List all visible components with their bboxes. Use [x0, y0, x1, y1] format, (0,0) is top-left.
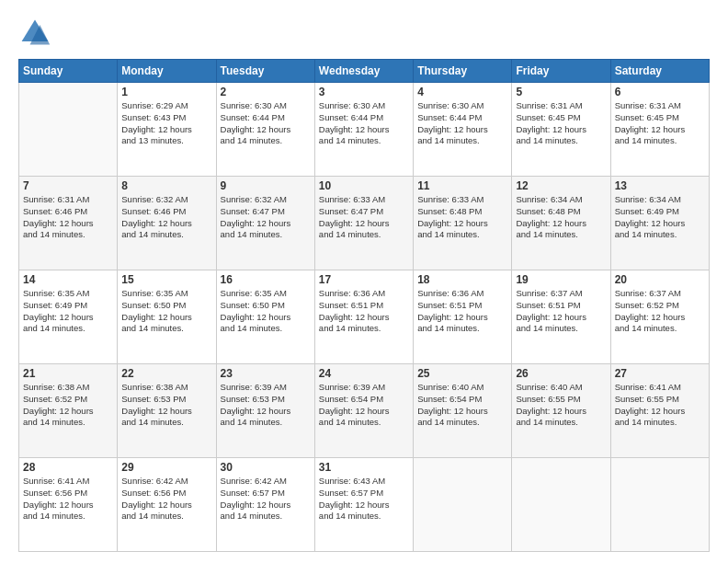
day-number: 9	[221, 179, 311, 192]
header	[18, 17, 710, 50]
calendar-cell: 3Sunrise: 6:30 AM Sunset: 6:44 PM Daylig…	[314, 83, 413, 177]
day-number: 22	[121, 367, 211, 380]
calendar-cell: 1Sunrise: 6:29 AM Sunset: 6:43 PM Daylig…	[118, 83, 216, 177]
calendar-cell: 8Sunrise: 6:32 AM Sunset: 6:46 PM Daylig…	[118, 177, 216, 270]
day-info: Sunrise: 6:34 AM Sunset: 6:49 PM Dayligh…	[615, 194, 705, 241]
day-number: 29	[121, 461, 211, 474]
day-number: 18	[417, 273, 507, 286]
calendar-cell	[414, 458, 512, 552]
logo	[18, 17, 57, 50]
day-number: 19	[516, 273, 606, 286]
day-number: 21	[23, 367, 113, 380]
calendar-cell: 31Sunrise: 6:43 AM Sunset: 6:57 PM Dayli…	[314, 458, 413, 552]
calendar-cell	[610, 458, 709, 552]
calendar-table: SundayMondayTuesdayWednesdayThursdayFrid…	[18, 59, 710, 552]
day-info: Sunrise: 6:31 AM Sunset: 6:45 PM Dayligh…	[615, 100, 705, 147]
day-info: Sunrise: 6:38 AM Sunset: 6:52 PM Dayligh…	[23, 382, 113, 429]
calendar-week-row: 14Sunrise: 6:35 AM Sunset: 6:49 PM Dayli…	[19, 270, 710, 364]
calendar-cell: 4Sunrise: 6:30 AM Sunset: 6:44 PM Daylig…	[414, 83, 512, 177]
calendar-cell	[19, 83, 118, 177]
day-info: Sunrise: 6:40 AM Sunset: 6:54 PM Dayligh…	[417, 382, 507, 429]
calendar-cell: 17Sunrise: 6:36 AM Sunset: 6:51 PM Dayli…	[314, 270, 413, 364]
calendar-cell: 19Sunrise: 6:37 AM Sunset: 6:51 PM Dayli…	[512, 270, 610, 364]
day-info: Sunrise: 6:42 AM Sunset: 6:56 PM Dayligh…	[121, 476, 211, 523]
calendar-cell: 22Sunrise: 6:38 AM Sunset: 6:53 PM Dayli…	[118, 364, 216, 458]
day-info: Sunrise: 6:31 AM Sunset: 6:45 PM Dayligh…	[516, 100, 606, 147]
day-info: Sunrise: 6:33 AM Sunset: 6:48 PM Dayligh…	[417, 194, 507, 241]
calendar-cell: 5Sunrise: 6:31 AM Sunset: 6:45 PM Daylig…	[512, 83, 610, 177]
calendar-cell: 18Sunrise: 6:36 AM Sunset: 6:51 PM Dayli…	[414, 270, 512, 364]
day-info: Sunrise: 6:41 AM Sunset: 6:55 PM Dayligh…	[615, 382, 705, 429]
calendar-cell: 2Sunrise: 6:30 AM Sunset: 6:44 PM Daylig…	[216, 83, 314, 177]
weekday-header-tuesday: Tuesday	[216, 60, 314, 83]
calendar-cell: 10Sunrise: 6:33 AM Sunset: 6:47 PM Dayli…	[314, 177, 413, 270]
calendar-week-row: 28Sunrise: 6:41 AM Sunset: 6:56 PM Dayli…	[19, 458, 710, 552]
calendar-cell: 23Sunrise: 6:39 AM Sunset: 6:53 PM Dayli…	[216, 364, 314, 458]
day-info: Sunrise: 6:35 AM Sunset: 6:49 PM Dayligh…	[23, 288, 113, 335]
day-number: 6	[615, 86, 705, 98]
day-info: Sunrise: 6:36 AM Sunset: 6:51 PM Dayligh…	[417, 288, 507, 335]
day-info: Sunrise: 6:30 AM Sunset: 6:44 PM Dayligh…	[319, 100, 409, 147]
calendar-cell: 30Sunrise: 6:42 AM Sunset: 6:57 PM Dayli…	[216, 458, 314, 552]
calendar-cell: 27Sunrise: 6:41 AM Sunset: 6:55 PM Dayli…	[610, 364, 709, 458]
day-info: Sunrise: 6:35 AM Sunset: 6:50 PM Dayligh…	[121, 288, 211, 335]
weekday-header-friday: Friday	[512, 60, 610, 83]
day-info: Sunrise: 6:39 AM Sunset: 6:54 PM Dayligh…	[319, 382, 409, 429]
day-number: 12	[516, 179, 606, 192]
day-number: 30	[221, 461, 311, 474]
day-info: Sunrise: 6:39 AM Sunset: 6:53 PM Dayligh…	[221, 382, 311, 429]
day-number: 17	[319, 273, 409, 286]
weekday-header-row: SundayMondayTuesdayWednesdayThursdayFrid…	[19, 60, 710, 83]
day-number: 26	[516, 367, 606, 380]
day-number: 5	[516, 86, 606, 98]
day-number: 7	[23, 179, 113, 192]
day-info: Sunrise: 6:34 AM Sunset: 6:48 PM Dayligh…	[516, 194, 606, 241]
calendar-cell: 14Sunrise: 6:35 AM Sunset: 6:49 PM Dayli…	[19, 270, 118, 364]
day-info: Sunrise: 6:29 AM Sunset: 6:43 PM Dayligh…	[121, 100, 211, 147]
day-info: Sunrise: 6:37 AM Sunset: 6:52 PM Dayligh…	[615, 288, 705, 335]
calendar-cell: 25Sunrise: 6:40 AM Sunset: 6:54 PM Dayli…	[414, 364, 512, 458]
calendar-cell: 9Sunrise: 6:32 AM Sunset: 6:47 PM Daylig…	[216, 177, 314, 270]
day-info: Sunrise: 6:30 AM Sunset: 6:44 PM Dayligh…	[221, 100, 311, 147]
day-info: Sunrise: 6:42 AM Sunset: 6:57 PM Dayligh…	[221, 476, 311, 523]
calendar-cell: 29Sunrise: 6:42 AM Sunset: 6:56 PM Dayli…	[118, 458, 216, 552]
weekday-header-sunday: Sunday	[19, 60, 118, 83]
day-info: Sunrise: 6:33 AM Sunset: 6:47 PM Dayligh…	[319, 194, 409, 241]
day-info: Sunrise: 6:31 AM Sunset: 6:46 PM Dayligh…	[23, 194, 113, 241]
calendar-week-row: 21Sunrise: 6:38 AM Sunset: 6:52 PM Dayli…	[19, 364, 710, 458]
calendar-cell: 16Sunrise: 6:35 AM Sunset: 6:50 PM Dayli…	[216, 270, 314, 364]
day-number: 16	[221, 273, 311, 286]
calendar-cell: 7Sunrise: 6:31 AM Sunset: 6:46 PM Daylig…	[19, 177, 118, 270]
day-number: 1	[121, 86, 211, 98]
day-number: 10	[319, 179, 409, 192]
day-number: 27	[615, 367, 705, 380]
calendar-cell: 20Sunrise: 6:37 AM Sunset: 6:52 PM Dayli…	[610, 270, 709, 364]
calendar-cell: 11Sunrise: 6:33 AM Sunset: 6:48 PM Dayli…	[414, 177, 512, 270]
calendar-cell: 21Sunrise: 6:38 AM Sunset: 6:52 PM Dayli…	[19, 364, 118, 458]
day-number: 15	[121, 273, 211, 286]
day-number: 28	[23, 461, 113, 474]
day-info: Sunrise: 6:40 AM Sunset: 6:55 PM Dayligh…	[516, 382, 606, 429]
day-number: 11	[417, 179, 507, 192]
day-number: 14	[23, 273, 113, 286]
day-number: 4	[417, 86, 507, 98]
day-number: 2	[221, 86, 311, 98]
calendar-cell: 24Sunrise: 6:39 AM Sunset: 6:54 PM Dayli…	[314, 364, 413, 458]
day-info: Sunrise: 6:43 AM Sunset: 6:57 PM Dayligh…	[319, 476, 409, 523]
calendar-cell	[512, 458, 610, 552]
calendar-cell: 15Sunrise: 6:35 AM Sunset: 6:50 PM Dayli…	[118, 270, 216, 364]
calendar-cell: 6Sunrise: 6:31 AM Sunset: 6:45 PM Daylig…	[610, 83, 709, 177]
calendar-cell: 28Sunrise: 6:41 AM Sunset: 6:56 PM Dayli…	[19, 458, 118, 552]
weekday-header-monday: Monday	[118, 60, 216, 83]
day-info: Sunrise: 6:38 AM Sunset: 6:53 PM Dayligh…	[121, 382, 211, 429]
day-number: 25	[417, 367, 507, 380]
weekday-header-saturday: Saturday	[610, 60, 709, 83]
logo-icon	[18, 17, 51, 50]
calendar-cell: 26Sunrise: 6:40 AM Sunset: 6:55 PM Dayli…	[512, 364, 610, 458]
day-info: Sunrise: 6:36 AM Sunset: 6:51 PM Dayligh…	[319, 288, 409, 335]
day-info: Sunrise: 6:30 AM Sunset: 6:44 PM Dayligh…	[417, 100, 507, 147]
day-info: Sunrise: 6:41 AM Sunset: 6:56 PM Dayligh…	[23, 476, 113, 523]
day-info: Sunrise: 6:32 AM Sunset: 6:46 PM Dayligh…	[121, 194, 211, 241]
day-number: 23	[221, 367, 311, 380]
calendar-week-row: 7Sunrise: 6:31 AM Sunset: 6:46 PM Daylig…	[19, 177, 710, 270]
